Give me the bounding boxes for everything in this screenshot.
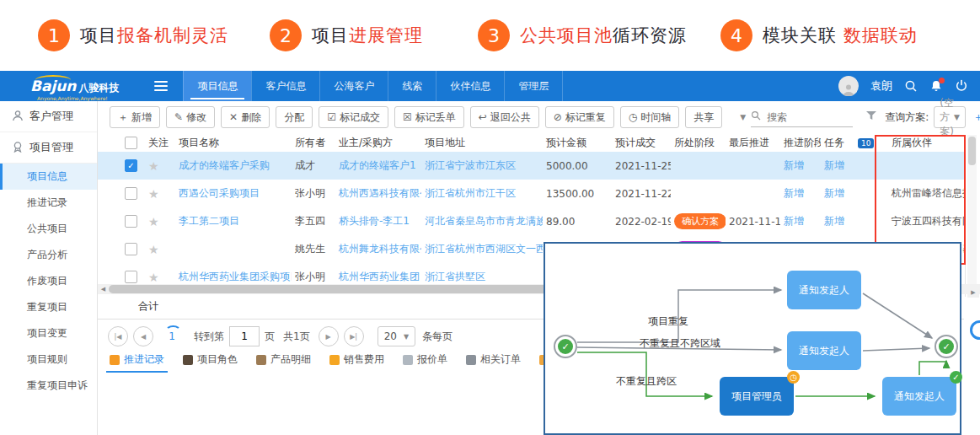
column-header-所属伙伴[interactable]: 所属伙伴 xyxy=(888,136,964,150)
nav-tab-线索[interactable]: 线索 xyxy=(388,71,436,101)
page-input[interactable] xyxy=(229,326,260,346)
notification-bell-icon[interactable] xyxy=(929,79,943,93)
row-checkbox[interactable] xyxy=(125,271,137,283)
first-page-button[interactable]: |◀ xyxy=(108,326,128,346)
workflow-node-项目管理员[interactable]: 项目管理员 xyxy=(720,377,794,416)
star-icon[interactable]: ★ xyxy=(148,271,159,284)
sidebar-item-公共项目[interactable]: 公共项目 xyxy=(0,216,97,242)
sidebar-item-项目变更[interactable]: 项目变更 xyxy=(0,320,97,346)
column-header-所有者[interactable]: 所有者 xyxy=(292,136,335,150)
username[interactable]: 袁朗 xyxy=(870,78,892,94)
avatar[interactable] xyxy=(838,76,859,96)
address-link[interactable]: 河北省秦皇岛市市青龙满族... xyxy=(425,215,543,227)
buyer-link[interactable]: 杭州华西药业集团 xyxy=(339,271,420,282)
table-row[interactable]: ✓★成才的终端客户采购成才成才的终端客户1浙江省宁波市江东区5000.00202… xyxy=(98,152,964,180)
delete-button[interactable]: ✕删除 xyxy=(221,106,270,128)
add-plan-button[interactable]: ＋ xyxy=(973,110,980,125)
buyer-link[interactable]: 杭州西遇科技有限公司 xyxy=(339,187,421,199)
mark-duplicate-button[interactable]: ⊘标记重复 xyxy=(545,106,614,128)
address-link[interactable]: 浙江省杭州市西湖区文一西... xyxy=(425,243,543,255)
share-button[interactable]: 共享 xyxy=(685,106,722,128)
vertical-scrollbar[interactable] xyxy=(967,135,977,287)
buyer-link[interactable]: 成才的终端客户1 xyxy=(339,159,416,171)
sidebar-item-项目规则[interactable]: 项目规则 xyxy=(0,346,97,373)
chevron-down-icon[interactable]: ▼ xyxy=(740,113,746,121)
bottom-tab-产品明细[interactable]: 产品明细 xyxy=(256,352,311,373)
edit-button[interactable]: ✎修改 xyxy=(166,106,215,128)
table-row[interactable]: ★西遇公司采购项目张小明杭州西遇科技有限公司浙江省杭州市江干区13500.002… xyxy=(98,180,964,208)
hamburger-menu-icon[interactable] xyxy=(154,81,168,91)
bottom-tab-项目角色[interactable]: 项目角色 xyxy=(183,352,238,373)
project-name-link[interactable]: 杭州华西药业集团采购项目 xyxy=(179,271,292,282)
column-header-项目地址[interactable]: 项目地址 xyxy=(421,136,543,150)
mark-lost-button[interactable]: ☒标记丢单 xyxy=(394,106,464,128)
column-header-所处阶段[interactable]: 所处阶段 xyxy=(671,136,726,150)
push-stage-link[interactable]: 新增 xyxy=(784,159,804,171)
sidebar-item-重复项目[interactable]: 重复项目 xyxy=(0,294,97,320)
bottom-tab-报价单[interactable]: 报价单 xyxy=(403,352,447,373)
scroll-right-icon[interactable]: ▶ xyxy=(967,287,979,298)
next-page-button[interactable]: ▶ xyxy=(319,326,339,346)
workflow-node-通知发起人[interactable]: 通知发起人 xyxy=(787,331,861,370)
project-name-link[interactable]: 成才的终端客户采购 xyxy=(179,159,270,171)
push-stage-link[interactable]: 新增 xyxy=(784,187,804,199)
sidebar-item-作废项目[interactable]: 作废项目 xyxy=(0,268,97,294)
row-checkbox[interactable]: ✓ xyxy=(125,159,137,172)
sidebar-item-推进记录[interactable]: 推进记录 xyxy=(0,190,97,216)
workflow-node-通知发起人[interactable]: 通知发起人 xyxy=(787,271,861,309)
power-icon[interactable] xyxy=(955,79,968,93)
column-header-业主/采购方[interactable]: 业主/采购方 xyxy=(335,136,421,150)
return-public-button[interactable]: ↩退回公共 xyxy=(470,106,539,128)
bottom-tab-相关订单[interactable]: 相关订单 xyxy=(466,352,521,373)
scroll-left-icon[interactable]: ◀ xyxy=(98,284,109,294)
project-name-link[interactable]: 西遇公司采购项目 xyxy=(179,187,260,199)
filter-funnel-icon[interactable] xyxy=(866,111,876,123)
row-checkbox[interactable] xyxy=(125,187,137,200)
assign-button[interactable]: 分配 xyxy=(276,106,313,128)
vscrollbar-thumb[interactable] xyxy=(968,137,976,165)
column-header-项目名称[interactable]: 项目名称 xyxy=(175,136,292,150)
nav-tab-管理层[interactable]: 管理层 xyxy=(504,71,563,101)
column-header-关注[interactable]: 关注 xyxy=(145,136,175,150)
star-icon[interactable]: ★ xyxy=(148,243,159,256)
add-button[interactable]: ＋新增 xyxy=(110,106,160,128)
last-page-button[interactable]: ▶| xyxy=(344,326,364,346)
mark-won-button[interactable]: ☑标记成交 xyxy=(319,106,388,128)
column-header-10[interactable]: 10 xyxy=(854,137,888,148)
search-icon[interactable] xyxy=(904,79,918,93)
address-link[interactable]: 浙江省杭州市江干区 xyxy=(425,187,516,199)
sidebar-item-项目信息[interactable]: 项目信息 xyxy=(0,164,97,190)
bottom-tab-推进记录[interactable]: 推进记录 xyxy=(110,352,164,373)
timeline-button[interactable]: ◷时间轴 xyxy=(620,106,679,128)
row-checkbox[interactable] xyxy=(125,243,137,255)
buyer-link[interactable]: 桥头排骨-李工1 xyxy=(339,215,410,227)
column-header-预计成交[interactable]: 预计成交 xyxy=(612,136,671,150)
sidebar-item-重复项目申诉[interactable]: 重复项目申诉 xyxy=(0,373,97,399)
task-link[interactable]: 新增 xyxy=(824,159,844,171)
sidebar-item-产品分析[interactable]: 产品分析 xyxy=(0,242,97,268)
buyer-link[interactable]: 杭州舞龙科技有限公司 xyxy=(339,243,421,255)
column-header-任务[interactable]: 任务 xyxy=(821,136,854,150)
project-name-link[interactable]: 李工第二项目 xyxy=(179,215,239,227)
column-header-最后推进[interactable]: 最后推进 xyxy=(726,136,780,150)
workflow-node-通知发起人[interactable]: 通知发起人 xyxy=(882,377,956,416)
address-link[interactable]: 浙江省宁波市江东区 xyxy=(425,159,516,171)
current-page[interactable]: 1 xyxy=(163,330,180,342)
nav-tab-伙伴信息[interactable]: 伙伴信息 xyxy=(436,71,504,101)
query-plan-select[interactable]: (空方案)▼ xyxy=(934,106,966,128)
nav-tab-公海客户[interactable]: 公海客户 xyxy=(319,71,388,101)
table-row[interactable]: ★李工第二项目李五四桥头排骨-李工1河北省秦皇岛市市青龙满族...89.0020… xyxy=(98,207,964,236)
address-link[interactable]: 浙江省拱墅区 xyxy=(425,271,485,282)
search-input[interactable] xyxy=(765,110,853,124)
column-header-推进阶段[interactable]: 推进阶段 xyxy=(780,136,821,150)
task-link[interactable]: 新增 xyxy=(824,187,844,199)
bottom-tab-销售费用[interactable]: 销售费用 xyxy=(329,352,384,373)
nav-tab-客户信息[interactable]: 客户信息 xyxy=(251,71,319,101)
task-link[interactable]: 新增 xyxy=(824,215,844,227)
column-header-预计金额[interactable]: 预计金额 xyxy=(543,136,612,150)
prev-page-button[interactable]: ◀ xyxy=(133,326,153,346)
row-checkbox[interactable] xyxy=(125,215,137,228)
push-stage-link[interactable]: 新增 xyxy=(784,215,804,227)
search-box[interactable] xyxy=(751,108,853,127)
star-icon[interactable]: ★ xyxy=(148,215,159,228)
